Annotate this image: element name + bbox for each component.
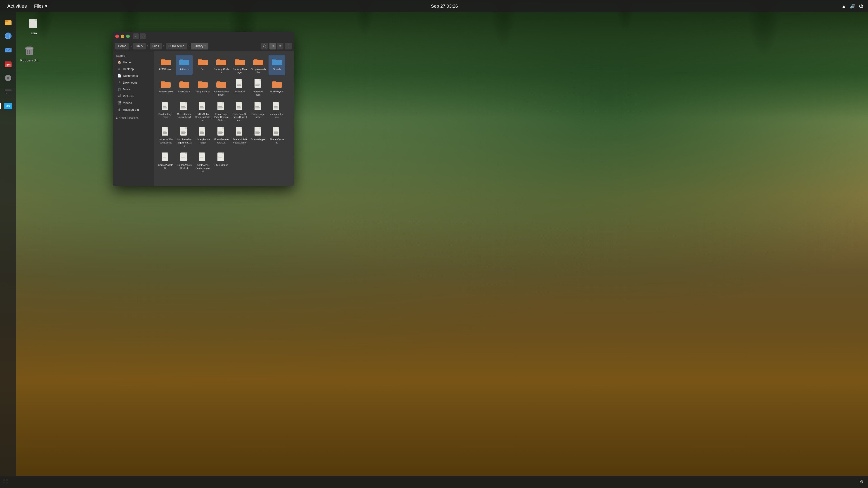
sidebar-item-documents[interactable]: 📄 Documents (114, 72, 153, 79)
videos-label: Videos (123, 101, 132, 105)
file-item-tempartifacts[interactable]: TempArtifacts (194, 77, 211, 98)
file-item-shadercachedb[interactable]: ShaderCachedb (269, 125, 285, 149)
file-item-bee[interactable]: Bee (194, 55, 211, 75)
svg-rect-161 (181, 159, 185, 159)
nav-forward-button[interactable]: › (140, 33, 146, 39)
file-label-monoversion: MonoManaVersion.txt (214, 138, 229, 144)
sidebar-item-rubbish[interactable]: 🗑 Rubbish Bin (114, 106, 153, 113)
file-item-scenemapper[interactable]: SceneMapper (250, 125, 267, 149)
sidebar-other-header[interactable]: ▶ Other Locations (113, 115, 154, 121)
downloads-icon: ⬇ (117, 80, 121, 85)
sidebar-starred-section: Starred 🏠 Home 🖥 Desktop 📄 Documents ⬇ D… (113, 53, 154, 113)
svg-rect-22 (31, 23, 35, 23)
file-item-buildplayers[interactable]: BuildPlayers (269, 77, 285, 98)
sidebar-item-music[interactable]: 🎵 Music (114, 86, 153, 93)
svg-rect-72 (163, 107, 167, 107)
window-minimize-button[interactable] (121, 35, 124, 38)
file-item-expandedilems[interactable]: expandedItems (269, 100, 285, 123)
file-item-currentlayout[interactable]: CurrentLayout-default-dwt (176, 100, 193, 123)
file-item-scenevisible[interactable]: SceneVisibilityState.asset (231, 125, 248, 149)
file-item-search[interactable]: Search (269, 55, 285, 75)
file-item-lastscenemanager[interactable]: LastSceneManagerSetup.txt (176, 125, 193, 149)
file-item-monoversion[interactable]: MonoManaVersion.txt (213, 125, 230, 149)
file-item-artifactdbblock[interactable]: ArtifactDB-lock (250, 77, 267, 98)
svg-rect-133 (218, 131, 222, 132)
dock-item-calendar[interactable]: 27 (2, 58, 14, 70)
file-label-lastscenemanager: LastSceneManagerSetup.txt (177, 138, 192, 147)
sidebar-item-desktop[interactable]: 🖥 Desktop (114, 66, 153, 72)
dock-item-settings[interactable] (2, 72, 14, 84)
sidebar-item-home[interactable]: 🏠 Home (114, 59, 153, 66)
sidebar-item-downloads[interactable]: ⬇ Downloads (114, 79, 153, 86)
svg-text:27: 27 (6, 64, 10, 67)
file-item-scriptassemblies[interactable]: ScriptAssemblies (250, 55, 267, 75)
file-item-editoronly-text[interactable]: EditorOnly-VirtualTextureState... (213, 100, 230, 123)
file-item-inspectorwindow[interactable]: InspectorWindows.asset (157, 125, 174, 149)
file-area: APMUpdater Artifacts Bee PackageCache Pa… (154, 51, 294, 186)
file-item-stylecatalog[interactable]: Style catalog (213, 151, 230, 174)
svg-rect-35 (179, 60, 189, 65)
desktop-icon-rubbish-bin[interactable]: Rubbish Bin (18, 43, 41, 62)
list-view-button[interactable]: ≡ (277, 43, 283, 50)
file-label-shadercache: ShaderCache (158, 90, 173, 93)
titlebar-nav: ‹ › (133, 33, 146, 39)
breadcrumb-hdrptemp[interactable]: HDRPtemp (166, 43, 187, 50)
file-item-artifactdb[interactable]: ArtifactDB (231, 77, 248, 98)
sidebar-item-pictures[interactable]: 🖼 Pictures (114, 93, 153, 99)
file-item-packagemanager[interactable]: PackageManager (231, 55, 248, 75)
svg-rect-78 (181, 107, 186, 107)
sound-icon[interactable]: 🔊 (850, 3, 855, 9)
dock-item-files[interactable] (2, 16, 14, 28)
file-item-sourceassetsdbblock[interactable]: SourceAssetsDB-lock (176, 151, 193, 174)
window-close-button[interactable] (115, 35, 119, 38)
desktop-icon-erm[interactable]: erm (23, 16, 45, 35)
file-item-annotationmanager[interactable]: AnnotationManager (213, 77, 230, 98)
breadcrumb-files[interactable]: Files (150, 43, 162, 50)
file-item-editoruse[interactable]: EditorUsage.asset (250, 100, 267, 123)
file-label-scenevisible: SceneVisibilityState.asset (232, 138, 247, 144)
grid-view-button[interactable]: ⊞ (270, 43, 276, 50)
svg-rect-39 (216, 60, 226, 65)
file-item-spriteatlasdb[interactable]: SpriteAtlas Database.asset (194, 151, 211, 174)
file-item-editoronly-scripting[interactable]: EditorOnly-ScriptingTools.json (194, 100, 211, 123)
dock-item-mail[interactable] (2, 44, 14, 56)
ground-overlay (0, 220, 868, 488)
svg-rect-119 (181, 133, 185, 134)
sidebar-item-videos[interactable]: 🎬 Videos (114, 99, 153, 106)
power-icon[interactable]: ⏻ (859, 4, 864, 9)
file-label-editoruse: EditorUsage.asset (251, 113, 266, 119)
file-item-editorsnap[interactable]: EditorSnapSettings.BuildState... (231, 100, 248, 123)
file-item-statecache[interactable]: StateCache (176, 77, 193, 98)
svg-rect-137 (237, 133, 241, 134)
nav-back-button[interactable]: ‹ (133, 33, 139, 39)
svg-rect-168 (200, 158, 204, 158)
file-icon-stylecatalog (216, 152, 227, 163)
breadcrumb-home[interactable]: Home (115, 43, 129, 50)
window-maximize-button[interactable] (126, 35, 130, 38)
more-options-button[interactable]: ⋮ (285, 43, 291, 50)
dock-item-terminal[interactable]: >_ (2, 86, 14, 98)
files-menu[interactable]: Files ▾ (34, 3, 47, 9)
rubbish-label: Rubbish Bin (123, 108, 139, 111)
svg-rect-109 (274, 106, 278, 107)
breadcrumb-unity[interactable]: Unity (133, 43, 146, 50)
file-item-packagecache[interactable]: PackageCache (213, 55, 230, 75)
dock-item-code[interactable]: <> (2, 100, 14, 112)
activities-button[interactable]: Activities (4, 2, 30, 10)
file-item-sourceassetsdb[interactable]: SourceAssetsDB (157, 151, 174, 174)
file-item-buildsettings[interactable]: BuildSettings.asset (157, 100, 174, 123)
file-item-shadercache[interactable]: ShaderCache (157, 77, 174, 98)
svg-rect-174 (218, 158, 223, 158)
svg-rect-107 (274, 108, 278, 108)
network-icon[interactable]: ▲ (842, 4, 846, 9)
search-button[interactable] (261, 43, 268, 50)
dock-item-browser[interactable] (2, 30, 14, 42)
sidebar-starred-header[interactable]: Starred (113, 53, 154, 59)
file-label-artifacts: Artifacts (180, 68, 188, 71)
file-item-libraryformanager[interactable]: LibraryForManager (194, 125, 211, 149)
file-item-apmupdater[interactable]: APMUpdater (157, 55, 174, 75)
svg-line-31 (265, 47, 266, 47)
file-label-stylecatalog: Style catalog (215, 164, 228, 167)
file-item-artifacts[interactable]: Artifacts (176, 55, 193, 75)
breadcrumb-library[interactable]: Library ▾ (191, 43, 209, 50)
